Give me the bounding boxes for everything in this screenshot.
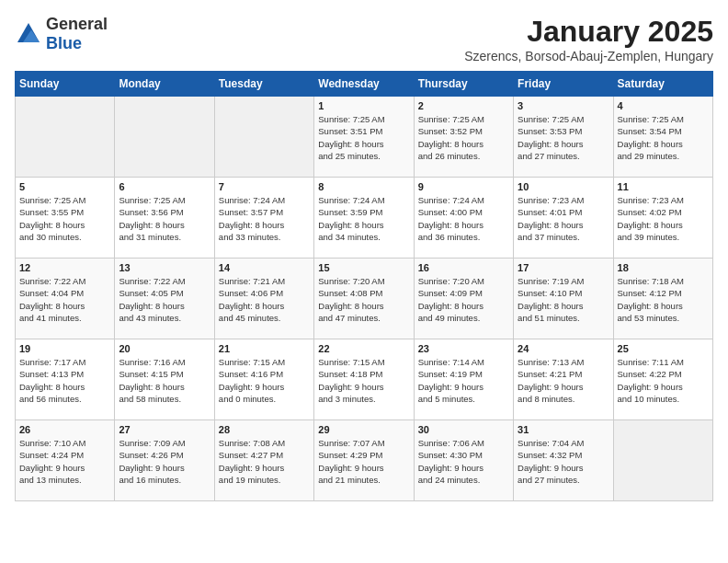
- calendar-cell: [115, 97, 214, 178]
- calendar-cell: 25Sunrise: 7:11 AM Sunset: 4:22 PM Dayli…: [613, 339, 712, 420]
- day-number: 12: [19, 262, 110, 273]
- day-info: Sunrise: 7:19 AM Sunset: 4:10 PM Dayligh…: [518, 275, 609, 324]
- day-number: 28: [219, 424, 310, 435]
- weekday-header-wednesday: Wednesday: [314, 72, 414, 97]
- month-title: January 2025: [464, 15, 713, 49]
- day-info: Sunrise: 7:10 AM Sunset: 4:24 PM Dayligh…: [19, 437, 110, 486]
- calendar-week-1: 1Sunrise: 7:25 AM Sunset: 3:51 PM Daylig…: [16, 97, 713, 178]
- day-info: Sunrise: 7:07 AM Sunset: 4:29 PM Dayligh…: [318, 437, 409, 486]
- day-info: Sunrise: 7:21 AM Sunset: 4:06 PM Dayligh…: [219, 275, 310, 324]
- day-number: 20: [119, 343, 210, 354]
- day-number: 7: [219, 181, 310, 192]
- calendar-cell: 28Sunrise: 7:08 AM Sunset: 4:27 PM Dayli…: [214, 420, 313, 501]
- calendar-header-row: SundayMondayTuesdayWednesdayThursdayFrid…: [16, 72, 713, 97]
- day-number: 10: [518, 181, 609, 192]
- calendar-cell: 24Sunrise: 7:13 AM Sunset: 4:21 PM Dayli…: [514, 339, 613, 420]
- day-number: 23: [418, 343, 509, 354]
- day-number: 18: [618, 262, 709, 273]
- calendar-cell: 31Sunrise: 7:04 AM Sunset: 4:32 PM Dayli…: [514, 420, 613, 501]
- calendar-cell: 2Sunrise: 7:25 AM Sunset: 3:52 PM Daylig…: [414, 97, 513, 178]
- calendar-cell: 15Sunrise: 7:20 AM Sunset: 4:08 PM Dayli…: [314, 259, 414, 339]
- calendar-cell: 18Sunrise: 7:18 AM Sunset: 4:12 PM Dayli…: [613, 259, 712, 339]
- calendar-cell: 19Sunrise: 7:17 AM Sunset: 4:13 PM Dayli…: [16, 339, 115, 420]
- calendar-cell: 22Sunrise: 7:15 AM Sunset: 4:18 PM Dayli…: [314, 339, 414, 420]
- day-info: Sunrise: 7:22 AM Sunset: 4:05 PM Dayligh…: [119, 275, 210, 324]
- day-number: 24: [518, 343, 609, 354]
- day-number: 15: [318, 262, 409, 273]
- page-header: General Blue January 2025 Szerencs, Bors…: [15, 15, 713, 63]
- calendar-cell: 16Sunrise: 7:20 AM Sunset: 4:09 PM Dayli…: [414, 259, 513, 339]
- day-number: 30: [418, 424, 509, 435]
- day-info: Sunrise: 7:17 AM Sunset: 4:13 PM Dayligh…: [19, 356, 110, 405]
- day-number: 21: [219, 343, 310, 354]
- calendar-cell: 10Sunrise: 7:23 AM Sunset: 4:01 PM Dayli…: [514, 178, 613, 259]
- day-number: 27: [119, 424, 210, 435]
- calendar-cell: 13Sunrise: 7:22 AM Sunset: 4:05 PM Dayli…: [115, 259, 214, 339]
- calendar-cell: 30Sunrise: 7:06 AM Sunset: 4:30 PM Dayli…: [414, 420, 513, 501]
- calendar-cell: 12Sunrise: 7:22 AM Sunset: 4:04 PM Dayli…: [16, 259, 115, 339]
- calendar-cell: 7Sunrise: 7:24 AM Sunset: 3:57 PM Daylig…: [214, 178, 313, 259]
- calendar-cell: 21Sunrise: 7:15 AM Sunset: 4:16 PM Dayli…: [214, 339, 313, 420]
- calendar-week-3: 12Sunrise: 7:22 AM Sunset: 4:04 PM Dayli…: [16, 259, 713, 339]
- day-info: Sunrise: 7:24 AM Sunset: 3:59 PM Dayligh…: [318, 194, 409, 243]
- calendar-cell: 20Sunrise: 7:16 AM Sunset: 4:15 PM Dayli…: [115, 339, 214, 420]
- calendar-cell: 3Sunrise: 7:25 AM Sunset: 3:53 PM Daylig…: [514, 97, 613, 178]
- calendar-cell: 4Sunrise: 7:25 AM Sunset: 3:54 PM Daylig…: [613, 97, 712, 178]
- weekday-header-saturday: Saturday: [613, 72, 712, 97]
- weekday-header-sunday: Sunday: [16, 72, 115, 97]
- day-number: 2: [418, 100, 509, 111]
- calendar-week-4: 19Sunrise: 7:17 AM Sunset: 4:13 PM Dayli…: [16, 339, 713, 420]
- day-number: 25: [618, 343, 709, 354]
- calendar-cell: 29Sunrise: 7:07 AM Sunset: 4:29 PM Dayli…: [314, 420, 414, 501]
- day-info: Sunrise: 7:16 AM Sunset: 4:15 PM Dayligh…: [119, 356, 210, 405]
- day-number: 19: [19, 343, 110, 354]
- logo-text: General Blue: [46, 15, 108, 53]
- logo-blue: Blue: [46, 34, 82, 52]
- day-number: 9: [418, 181, 509, 192]
- day-number: 31: [518, 424, 609, 435]
- day-info: Sunrise: 7:08 AM Sunset: 4:27 PM Dayligh…: [219, 437, 310, 486]
- day-number: 6: [119, 181, 210, 192]
- day-info: Sunrise: 7:18 AM Sunset: 4:12 PM Dayligh…: [618, 275, 709, 324]
- calendar-week-2: 5Sunrise: 7:25 AM Sunset: 3:55 PM Daylig…: [16, 178, 713, 259]
- calendar-cell: 26Sunrise: 7:10 AM Sunset: 4:24 PM Dayli…: [16, 420, 115, 501]
- day-info: Sunrise: 7:15 AM Sunset: 4:16 PM Dayligh…: [219, 356, 310, 405]
- calendar-cell: 11Sunrise: 7:23 AM Sunset: 4:02 PM Dayli…: [613, 178, 712, 259]
- day-info: Sunrise: 7:22 AM Sunset: 4:04 PM Dayligh…: [19, 275, 110, 324]
- day-number: 11: [618, 181, 709, 192]
- calendar-cell: 17Sunrise: 7:19 AM Sunset: 4:10 PM Dayli…: [514, 259, 613, 339]
- day-info: Sunrise: 7:23 AM Sunset: 4:02 PM Dayligh…: [618, 194, 709, 243]
- title-block: January 2025 Szerencs, Borsod-Abauj-Zemp…: [464, 15, 713, 63]
- day-info: Sunrise: 7:25 AM Sunset: 3:52 PM Dayligh…: [418, 113, 509, 162]
- day-info: Sunrise: 7:25 AM Sunset: 3:53 PM Dayligh…: [518, 113, 609, 162]
- calendar-cell: [16, 97, 115, 178]
- day-number: 14: [219, 262, 310, 273]
- calendar-cell: [214, 97, 313, 178]
- day-info: Sunrise: 7:25 AM Sunset: 3:55 PM Dayligh…: [19, 194, 110, 243]
- day-info: Sunrise: 7:25 AM Sunset: 3:51 PM Dayligh…: [318, 113, 409, 162]
- weekday-header-friday: Friday: [514, 72, 613, 97]
- weekday-header-monday: Monday: [115, 72, 214, 97]
- day-info: Sunrise: 7:25 AM Sunset: 3:54 PM Dayligh…: [618, 113, 709, 162]
- day-number: 3: [518, 100, 609, 111]
- logo-icon: [15, 20, 42, 48]
- day-number: 8: [318, 181, 409, 192]
- day-info: Sunrise: 7:11 AM Sunset: 4:22 PM Dayligh…: [618, 356, 709, 405]
- day-info: Sunrise: 7:04 AM Sunset: 4:32 PM Dayligh…: [518, 437, 609, 486]
- weekday-header-tuesday: Tuesday: [214, 72, 313, 97]
- logo-general: General: [46, 15, 108, 33]
- day-number: 17: [518, 262, 609, 273]
- day-info: Sunrise: 7:20 AM Sunset: 4:08 PM Dayligh…: [318, 275, 409, 324]
- calendar-body: 1Sunrise: 7:25 AM Sunset: 3:51 PM Daylig…: [16, 97, 713, 501]
- day-number: 22: [318, 343, 409, 354]
- calendar-cell: 27Sunrise: 7:09 AM Sunset: 4:26 PM Dayli…: [115, 420, 214, 501]
- day-info: Sunrise: 7:15 AM Sunset: 4:18 PM Dayligh…: [318, 356, 409, 405]
- day-info: Sunrise: 7:20 AM Sunset: 4:09 PM Dayligh…: [418, 275, 509, 324]
- calendar-cell: [613, 420, 712, 501]
- calendar-cell: 8Sunrise: 7:24 AM Sunset: 3:59 PM Daylig…: [314, 178, 414, 259]
- calendar-cell: 6Sunrise: 7:25 AM Sunset: 3:56 PM Daylig…: [115, 178, 214, 259]
- day-info: Sunrise: 7:25 AM Sunset: 3:56 PM Dayligh…: [119, 194, 210, 243]
- day-number: 1: [318, 100, 409, 111]
- day-number: 5: [19, 181, 110, 192]
- day-info: Sunrise: 7:23 AM Sunset: 4:01 PM Dayligh…: [518, 194, 609, 243]
